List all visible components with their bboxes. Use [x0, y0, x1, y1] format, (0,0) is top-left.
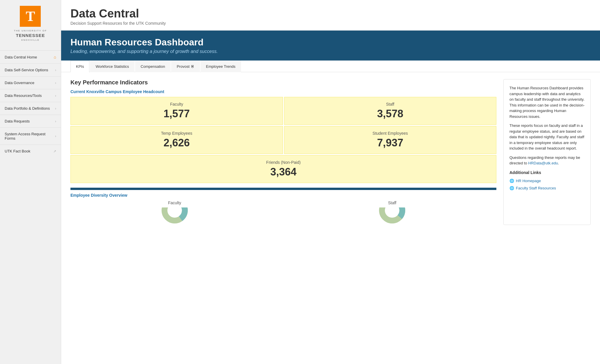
right-panel: The Human Resources Dashboard provides c…: [503, 79, 591, 225]
tabs-bar: KPIs Workforce Statistics Compensation P…: [61, 61, 600, 72]
dashboard: Human Resources Dashboard Leading, empow…: [61, 31, 600, 364]
kpi-value-friends: 3,364: [75, 166, 491, 178]
diversity-staff: Staff: [288, 200, 497, 225]
chevron-right-icon: ›: [55, 134, 56, 138]
sidebar-item-requests-label: Data Requests: [5, 119, 30, 123]
ut-logo-letter: T: [26, 9, 35, 23]
left-panel: Key Performance Indicators Current Knoxv…: [70, 79, 496, 225]
kpi-label-faculty: Faculty: [75, 102, 278, 106]
kpi-value-staff: 3,578: [289, 108, 492, 120]
kpi-card-faculty: Faculty 1,577: [70, 97, 283, 125]
link-item-hr: 🌐 HR Homepage: [509, 178, 585, 184]
chevron-right-icon: ›: [55, 106, 56, 111]
chevron-right-icon: ›: [55, 94, 56, 98]
sidebar-item-resources-label: Data Resources/Tools: [5, 93, 42, 98]
main-content: Data Central Decision Support Resources …: [61, 0, 600, 364]
sidebar-item-home[interactable]: Data Central Home ⌂: [0, 50, 61, 63]
donut-staff-svg: [378, 207, 407, 225]
kpi-value-students: 7,937: [289, 137, 492, 149]
additional-links-title: Additional Links: [509, 170, 585, 176]
ut-line3: KNOXVILLE: [14, 38, 47, 42]
kpi-grid: Faculty 1,577 Staff 3,578 Temp Employees…: [70, 97, 496, 154]
kpi-card-staff: Staff 3,578: [284, 97, 497, 125]
chevron-right-icon: ›: [55, 119, 56, 123]
sidebar-item-portfolio[interactable]: Data Portfolio & Definitions ›: [0, 102, 61, 115]
home-icon: ⌂: [54, 55, 56, 59]
sidebar-item-access-forms[interactable]: System Access Request Forms ›: [0, 127, 61, 145]
ut-logo-box: T: [20, 6, 41, 27]
ut-logo-text: THE UNIVERSITY OF TENNESSEE KNOXVILLE: [14, 29, 47, 42]
hr-banner-subtitle: Leading, empowering, and supporting a jo…: [70, 49, 591, 54]
sidebar-nav: Data Central Home ⌂ Data Self-Service Op…: [0, 50, 61, 157]
donut-faculty: [160, 207, 189, 225]
sidebar-item-governance[interactable]: Data Governance ›: [0, 76, 61, 89]
kpi-label-students: Student Employees: [289, 131, 492, 136]
diversity-staff-label: Staff: [288, 200, 497, 205]
sidebar-logo: T THE UNIVERSITY OF TENNESSEE KNOXVILLE: [14, 6, 47, 42]
hr-banner-title: Human Resources Dashboard: [70, 37, 591, 48]
tab-compensation[interactable]: Compensation: [135, 61, 171, 72]
content-area: Key Performance Indicators Current Knoxv…: [61, 72, 600, 232]
kpi-card-friends: Friends (Non-Paid) 3,364: [70, 155, 496, 183]
donut-staff: [378, 207, 407, 225]
sidebar-item-fact-book[interactable]: UTK Fact Book ↗: [0, 145, 61, 157]
kpi-label-staff: Staff: [289, 102, 492, 106]
diversity-label: Employee Diversity Overview: [70, 193, 496, 198]
kpi-value-temp: 2,626: [75, 137, 278, 149]
kpi-card-temp: Temp Employees 2,626: [70, 126, 283, 154]
tab-kpis[interactable]: KPIs: [70, 61, 89, 72]
chevron-right-icon: ›: [55, 81, 56, 85]
sidebar-item-governance-label: Data Governance: [5, 81, 34, 85]
page-subtitle: Decision Support Resources for the UTK C…: [70, 21, 591, 26]
hr-data-email-link[interactable]: HRData@utk.edu: [528, 161, 558, 165]
kpi-value-faculty: 1,577: [75, 108, 278, 120]
right-panel-para1: The Human Resources Dashboard provides c…: [509, 85, 585, 119]
globe-icon-hr: 🌐: [509, 178, 514, 184]
sidebar-item-access-forms-label: System Access Request Forms: [5, 132, 55, 141]
tab-workforce[interactable]: Workforce Statistics: [90, 61, 134, 72]
sidebar-item-resources[interactable]: Data Resources/Tools ›: [0, 89, 61, 102]
sidebar-item-self-service-label: Data Self-Service Options: [5, 68, 48, 72]
section-title: Key Performance Indicators: [70, 79, 496, 86]
page-header: Data Central Decision Support Resources …: [61, 0, 600, 31]
kpi-label-temp: Temp Employees: [75, 131, 278, 136]
link-item-faculty: 🌐 Faculty Staff Resources: [509, 185, 585, 191]
tab-employee-trends[interactable]: Employee Trends: [201, 61, 241, 72]
right-panel-para2: These reports focus on faculty and staff…: [509, 123, 585, 151]
tab-provost[interactable]: Provost ⛨: [171, 61, 200, 72]
diversity-faculty-label: Faculty: [70, 200, 279, 205]
sidebar-item-requests[interactable]: Data Requests ›: [0, 115, 61, 127]
external-link-icon: ↗: [53, 149, 56, 153]
right-panel-para3-prefix: Questions regarding these reports may be…: [509, 155, 585, 166]
hr-banner: Human Resources Dashboard Leading, empow…: [61, 31, 600, 61]
diversity-faculty: Faculty: [70, 200, 279, 225]
sidebar-item-home-label: Data Central Home: [5, 55, 37, 59]
sidebar: T THE UNIVERSITY OF TENNESSEE KNOXVILLE …: [0, 0, 61, 364]
donut-faculty-svg: [160, 207, 189, 225]
hr-homepage-link[interactable]: HR Homepage: [516, 178, 541, 184]
diversity-row: Faculty Staff: [70, 200, 496, 225]
globe-icon-faculty: 🌐: [509, 185, 514, 191]
ut-line1: THE UNIVERSITY OF: [14, 29, 47, 32]
page-title: Data Central: [70, 7, 591, 20]
sidebar-item-fact-book-label: UTK Fact Book: [5, 149, 30, 153]
ut-line2: TENNESSEE: [14, 32, 47, 38]
headcount-label: Current Knoxville Campus Employee Headco…: [70, 89, 496, 94]
sidebar-item-self-service[interactable]: Data Self-Service Options ›: [0, 63, 61, 76]
chevron-right-icon: ›: [55, 68, 56, 72]
sidebar-item-portfolio-label: Data Portfolio & Definitions: [5, 106, 50, 111]
kpi-card-students: Student Employees 7,937: [284, 126, 497, 154]
kpi-label-friends: Friends (Non-Paid): [75, 160, 491, 165]
progress-bar: [70, 188, 496, 190]
faculty-staff-resources-link[interactable]: Faculty Staff Resources: [516, 185, 556, 191]
